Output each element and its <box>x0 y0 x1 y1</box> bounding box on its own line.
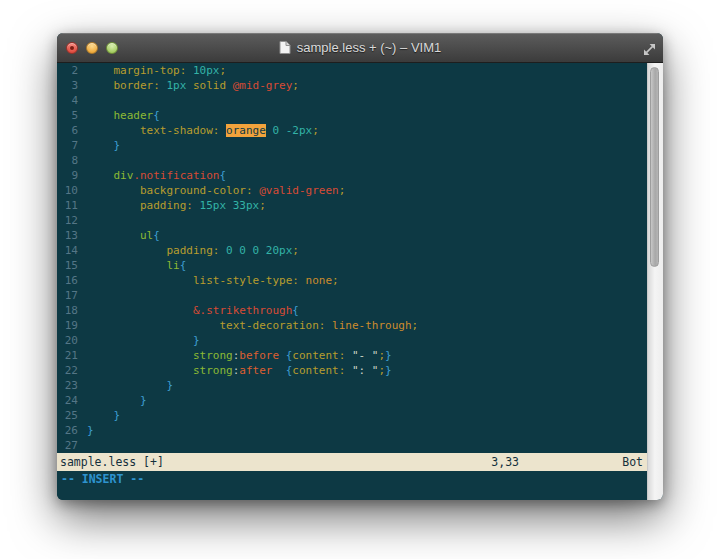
code-line: 23 } <box>57 378 647 393</box>
line-number: 25 <box>57 408 78 423</box>
code-line: 27 <box>57 438 647 453</box>
line-number: 14 <box>57 243 78 258</box>
statusline-scroll-indicator: Bot <box>622 453 643 471</box>
scrollbar-thumb[interactable] <box>650 67 659 267</box>
line-number: 12 <box>57 213 78 228</box>
code-line: 3 border: 1px solid @mid-grey; <box>57 78 647 93</box>
line-number: 17 <box>57 288 78 303</box>
code-line-text: margin-top: 10px; <box>87 64 226 77</box>
code-line: 15 li{ <box>57 258 647 273</box>
code-line: 9 div.notification{ <box>57 168 647 183</box>
line-number: 20 <box>57 333 78 348</box>
code-line: 6 text-shadow: orange 0 -2px; <box>57 123 647 138</box>
line-number: 24 <box>57 393 78 408</box>
line-number: 5 <box>57 108 78 123</box>
code-line: 11 padding: 15px 33px; <box>57 198 647 213</box>
document-proxy-icon <box>279 40 291 55</box>
code-line-text: } <box>87 409 120 422</box>
line-number: 19 <box>57 318 78 333</box>
vim-statusline: sample.less [+] 3,33 Bot <box>57 453 647 471</box>
code-area[interactable]: 2 margin-top: 10px;3 border: 1px solid @… <box>57 63 647 453</box>
minimize-button[interactable] <box>86 42 98 54</box>
code-line-text: } <box>87 379 173 392</box>
code-line-text: } <box>87 334 200 347</box>
code-line-text: } <box>87 394 147 407</box>
code-line-text: ul{ <box>87 229 160 242</box>
code-line-text: text-decoration: line-through; <box>87 319 418 332</box>
code-line-text: strong:before {content: "- ";} <box>87 349 392 362</box>
command-line-area: -- INSERT -- <box>57 471 647 500</box>
zoom-button[interactable] <box>106 42 118 54</box>
code-line: 18 &.strikethrough{ <box>57 303 647 318</box>
code-line: 22 strong:after {content: ": ";} <box>57 363 647 378</box>
code-line-text: padding: 15px 33px; <box>87 199 266 212</box>
line-number: 13 <box>57 228 78 243</box>
line-number: 26 <box>57 423 78 438</box>
code-line-text: } <box>87 139 120 152</box>
code-line: 8 <box>57 153 647 168</box>
line-number: 9 <box>57 168 78 183</box>
statusline-cursor-position: 3,33 <box>491 453 519 471</box>
code-line-text: li{ <box>87 259 186 272</box>
code-line-text: list-style-type: none; <box>87 274 339 287</box>
code-line: 19 text-decoration: line-through; <box>57 318 647 333</box>
line-number: 16 <box>57 273 78 288</box>
line-number: 6 <box>57 123 78 138</box>
code-line: 4 <box>57 93 647 108</box>
vim-window: sample.less + (~) – VIM1 2 margin-top: 1… <box>57 33 663 500</box>
code-line: 26} <box>57 423 647 438</box>
line-number: 10 <box>57 183 78 198</box>
code-line-text: text-shadow: orange 0 -2px; <box>87 124 319 137</box>
line-number: 3 <box>57 78 78 93</box>
fullscreen-icon[interactable] <box>643 41 656 60</box>
code-line-text: strong:after {content: ": ";} <box>87 364 392 377</box>
titlebar-center: sample.less + (~) – VIM1 <box>57 33 663 62</box>
window-title: sample.less + (~) – VIM1 <box>297 40 442 55</box>
line-number: 18 <box>57 303 78 318</box>
editor-main-column: 2 margin-top: 10px;3 border: 1px solid @… <box>57 63 647 500</box>
code-line: 12 <box>57 213 647 228</box>
code-line: 5 header{ <box>57 108 647 123</box>
code-line-text: } <box>87 424 94 437</box>
line-number: 8 <box>57 153 78 168</box>
code-line-text: border: 1px solid @mid-grey; <box>87 79 299 92</box>
code-line: 24 } <box>57 393 647 408</box>
code-line-text: header{ <box>87 109 160 122</box>
code-line-text: padding: 0 0 0 20px; <box>87 244 299 257</box>
code-line: 2 margin-top: 10px; <box>57 63 647 78</box>
code-line: 21 strong:before {content: "- ";} <box>57 348 647 363</box>
line-number: 23 <box>57 378 78 393</box>
line-number: 2 <box>57 63 78 78</box>
window-titlebar[interactable]: sample.less + (~) – VIM1 <box>57 33 663 63</box>
line-number: 22 <box>57 363 78 378</box>
code-line-text: &.strikethrough{ <box>87 304 299 317</box>
traffic-lights <box>66 33 126 62</box>
code-line: 13 ul{ <box>57 228 647 243</box>
code-line: 10 background-color: @valid-green; <box>57 183 647 198</box>
code-line: 17 <box>57 288 647 303</box>
editor-area: 2 margin-top: 10px;3 border: 1px solid @… <box>57 63 663 500</box>
scrollbar-track[interactable] <box>647 63 663 500</box>
code-line: 25 } <box>57 408 647 423</box>
line-number: 11 <box>57 198 78 213</box>
code-line: 16 list-style-type: none; <box>57 273 647 288</box>
code-line: 7 } <box>57 138 647 153</box>
code-line: 14 padding: 0 0 0 20px; <box>57 243 647 258</box>
line-number: 4 <box>57 93 78 108</box>
code-line-text: div.notification{ <box>87 169 226 182</box>
statusline-filename: sample.less [+] <box>60 455 164 469</box>
line-number: 15 <box>57 258 78 273</box>
close-button[interactable] <box>66 42 78 54</box>
line-number: 21 <box>57 348 78 363</box>
line-number: 7 <box>57 138 78 153</box>
code-line: 20 } <box>57 333 647 348</box>
code-line-text: background-color: @valid-green; <box>87 184 345 197</box>
insert-mode-indicator: -- INSERT -- <box>57 471 647 488</box>
line-number: 27 <box>57 438 78 453</box>
